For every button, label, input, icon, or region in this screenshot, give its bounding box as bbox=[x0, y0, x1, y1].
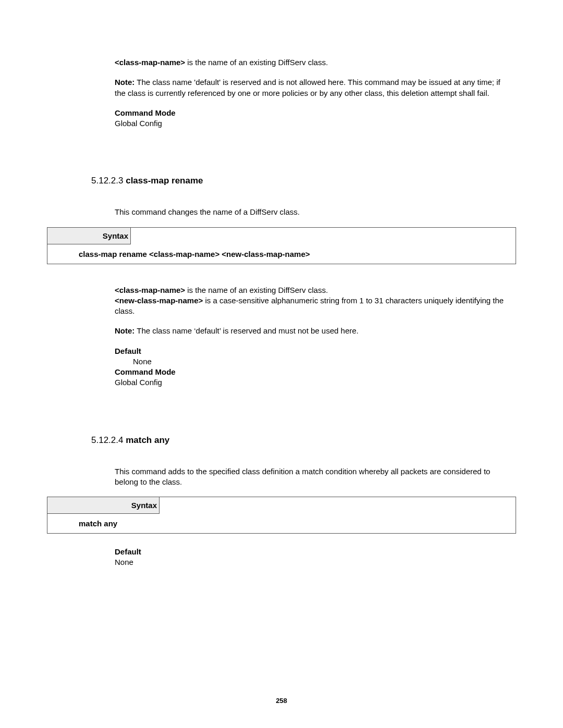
param-line: <class-map-name> is the name of an exist… bbox=[115, 57, 511, 68]
section-heading: 5.12.2.3 class-map rename bbox=[91, 176, 516, 186]
note-text: The class name 'default' is reserved and… bbox=[115, 78, 500, 97]
command-mode-block: Command Mode Global Config bbox=[115, 108, 511, 129]
default-block: Default None bbox=[115, 346, 511, 367]
command-mode-value: Global Config bbox=[115, 118, 511, 129]
param-name: <new-class-map-name> bbox=[115, 296, 203, 305]
note-label: Note: bbox=[115, 326, 134, 335]
param-desc: is the name of an existing DiffServ clas… bbox=[185, 58, 328, 67]
syntax-table: Syntax class-map rename <class-map-name>… bbox=[47, 227, 516, 264]
default-value: None bbox=[133, 356, 511, 367]
syntax-label: Syntax bbox=[47, 228, 131, 244]
note-text: The class name ‘default’ is reserved and… bbox=[134, 326, 358, 335]
command-mode-block: Command Mode Global Config bbox=[115, 367, 511, 388]
section-heading: 5.12.2.4 match any bbox=[91, 435, 516, 446]
default-label: Default bbox=[115, 547, 511, 557]
section-title: match any bbox=[126, 435, 169, 445]
page-number: 258 bbox=[0, 697, 563, 705]
default-block: Default None bbox=[115, 547, 511, 568]
note-label: Note: bbox=[115, 78, 134, 87]
section-number: 5.12.2.3 bbox=[91, 176, 126, 186]
param-name: <class-map-name> bbox=[115, 286, 185, 294]
syntax-label: Syntax bbox=[47, 497, 160, 514]
section-number: 5.12.2.4 bbox=[91, 435, 126, 445]
command-mode-value: Global Config bbox=[115, 377, 511, 388]
note-line: Note: The class name ‘default’ is reserv… bbox=[115, 326, 511, 336]
command-mode-label: Command Mode bbox=[115, 367, 511, 377]
section-title: class-map rename bbox=[126, 176, 203, 186]
param-line: <class-map-name> is the name of an exist… bbox=[115, 285, 511, 295]
note-line: Note: The class name 'default' is reserv… bbox=[115, 77, 511, 98]
default-value: None bbox=[115, 557, 511, 567]
param-line: <new-class-map-name> is a case-sensitive… bbox=[115, 295, 511, 317]
param-name: <class-map-name> bbox=[115, 58, 185, 67]
syntax-command: class-map rename <class-map-name> <new-c… bbox=[47, 244, 516, 264]
param-desc: is the name of an existing DiffServ clas… bbox=[185, 286, 328, 294]
command-mode-label: Command Mode bbox=[115, 108, 511, 118]
section-intro: This command adds to the specified class… bbox=[115, 466, 511, 488]
syntax-table: Syntax match any bbox=[47, 497, 516, 534]
syntax-command: match any bbox=[47, 514, 516, 533]
default-label: Default bbox=[115, 346, 511, 356]
section-intro: This command changes the name of a DiffS… bbox=[115, 207, 511, 217]
